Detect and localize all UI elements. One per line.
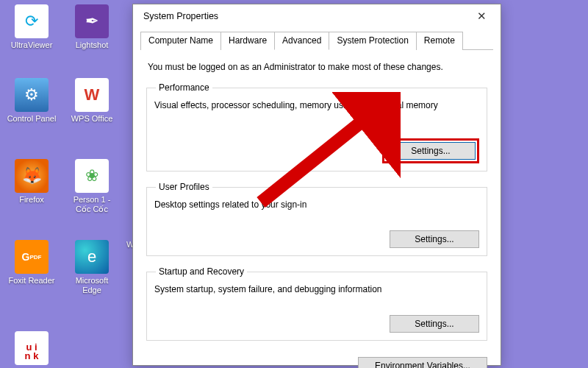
tab-panel-advanced: You must be logged on as an Administrato…: [133, 50, 501, 355]
icon-label: Lightshot: [66, 40, 118, 50]
performance-settings-button[interactable]: Settings...: [386, 142, 476, 160]
icon-label: WPS Office: [66, 114, 118, 124]
icon-label: Person 1 - Cốc Cốc: [66, 195, 118, 214]
icon-label: UltraViewer: [6, 40, 57, 50]
desktop-icon-unikey[interactable]: u in k: [6, 331, 57, 367]
desktop-icon-edge[interactable]: e Microsoft Edge: [66, 240, 118, 295]
close-icon: ✕: [477, 10, 487, 22]
desktop-icon-firefox[interactable]: 🦊 Firefox: [6, 159, 57, 205]
tab-computer-name[interactable]: Computer Name: [140, 32, 221, 50]
icon-label: Firefox: [6, 195, 57, 205]
startup-settings-button[interactable]: Settings...: [390, 315, 479, 333]
tab-system-protection[interactable]: System Protection: [329, 32, 416, 50]
group-legend: User Profiles: [156, 182, 212, 192]
desktop-icon-coccoc[interactable]: ❀ Person 1 - Cốc Cốc: [66, 159, 118, 214]
group-desc: Desktop settings related to your sign-in: [154, 199, 479, 210]
titlebar: System Properties ✕: [133, 4, 501, 28]
icon-label: Control Panel: [6, 114, 57, 124]
tab-hardware[interactable]: Hardware: [220, 32, 275, 50]
icon-label: Foxit Reader: [6, 276, 57, 286]
group-legend: Startup and Recovery: [156, 266, 247, 277]
group-startup-recovery: Startup and Recovery System startup, sys…: [146, 266, 487, 341]
group-desc: System startup, system failure, and debu…: [154, 284, 479, 294]
environment-variables-button[interactable]: Environment Variables...: [358, 357, 487, 368]
window-title: System Properties: [143, 11, 465, 21]
tab-advanced[interactable]: Advanced: [274, 32, 329, 50]
admin-notice: You must be logged on as an Administrato…: [148, 62, 486, 72]
desktop-icon-foxit[interactable]: GPDF Foxit Reader: [6, 240, 57, 286]
group-performance: Performance Visual effects, processor sc…: [146, 82, 487, 171]
tab-remote[interactable]: Remote: [416, 32, 463, 50]
desktop-icon-lightshot[interactable]: ✒ Lightshot: [66, 4, 118, 50]
tab-strip: Computer Name Hardware Advanced System P…: [140, 31, 493, 49]
desktop-icon-ultraviewer[interactable]: ⟳ UltraViewer: [6, 4, 57, 50]
desktop-icon-wps[interactable]: W WPS Office: [66, 78, 118, 124]
highlight-box: Settings...: [382, 138, 479, 163]
user-profiles-settings-button[interactable]: Settings...: [390, 230, 479, 248]
system-properties-window: System Properties ✕ Computer Name Hardwa…: [132, 4, 501, 366]
desktop: ⟳ UltraViewer ⚙ Control Panel 🦊 Firefox …: [0, 0, 588, 368]
group-desc: Visual effects, processor scheduling, me…: [154, 100, 479, 110]
group-legend: Performance: [156, 82, 212, 93]
icon-label: Microsoft Edge: [66, 276, 118, 295]
close-button[interactable]: ✕: [465, 6, 498, 26]
desktop-icon-control-panel[interactable]: ⚙ Control Panel: [6, 78, 57, 124]
group-user-profiles: User Profiles Desktop settings related t…: [146, 182, 487, 256]
